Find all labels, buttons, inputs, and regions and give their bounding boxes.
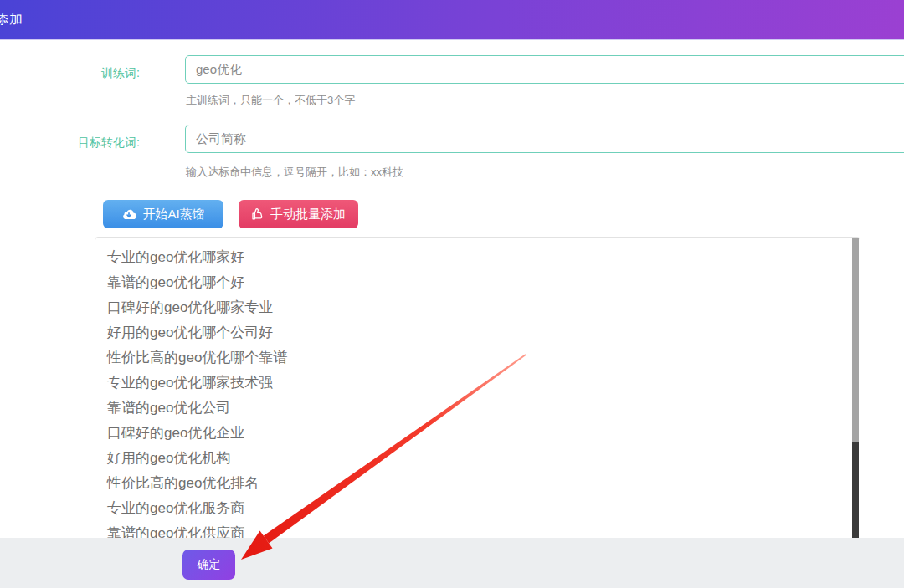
keyword-line: 靠谱的geo优化哪个好 xyxy=(107,270,840,295)
keyword-line: 好用的geo优化机构 xyxy=(107,446,840,471)
modal-footer: 确定 xyxy=(0,538,904,588)
keyword-list[interactable]: 专业的geo优化哪家好靠谱的geo优化哪个好口碑好的geo优化哪家专业好用的ge… xyxy=(95,237,860,544)
keyword-line: 性价比高的geo优化哪个靠谱 xyxy=(107,345,840,371)
keyword-line: 专业的geo优化服务商 xyxy=(107,496,840,521)
manual-batch-add-label: 手动批量添加 xyxy=(270,207,346,222)
keyword-line: 靠谱的geo优化公司 xyxy=(107,396,840,421)
keyword-line: 口碑好的geo优化哪家专业 xyxy=(107,295,840,320)
keyword-line: 专业的geo优化哪家好 xyxy=(107,245,840,270)
keyword-line: 性价比高的geo优化排名 xyxy=(107,471,840,496)
keyword-line: 好用的geo优化哪个公司好 xyxy=(107,320,840,345)
modal-header: 添加 xyxy=(0,0,904,40)
training-word-help: 主训练词，只能一个，不低于3个字 xyxy=(186,93,355,108)
add-keyword-modal: 添加 训练词: 主训练词，只能一个，不低于3个字 目标转化词: 输入达标命中信息… xyxy=(0,0,904,588)
scrollbar-thumb[interactable] xyxy=(852,442,859,538)
keyword-line: 专业的geo优化哪家技术强 xyxy=(107,371,840,396)
start-ai-distill-button[interactable]: 开始AI蒸馏 xyxy=(103,200,223,228)
target-word-input[interactable] xyxy=(185,125,904,153)
confirm-button[interactable]: 确定 xyxy=(182,550,235,580)
target-word-help: 输入达标命中信息，逗号隔开，比如：xx科技 xyxy=(186,165,403,180)
manual-batch-add-button[interactable]: 手动批量添加 xyxy=(239,200,358,228)
keyword-line: 口碑好的geo优化企业 xyxy=(107,421,840,446)
modal-title: 添加 xyxy=(0,11,23,28)
start-ai-distill-label: 开始AI蒸馏 xyxy=(142,207,204,222)
target-word-label: 目标转化词: xyxy=(0,135,140,151)
cloud-download-icon xyxy=(121,208,136,220)
scrollbar-track[interactable] xyxy=(852,238,859,442)
training-word-label: 训练词: xyxy=(0,66,140,81)
thumbs-up-icon xyxy=(251,207,265,221)
training-word-input[interactable] xyxy=(185,55,904,84)
